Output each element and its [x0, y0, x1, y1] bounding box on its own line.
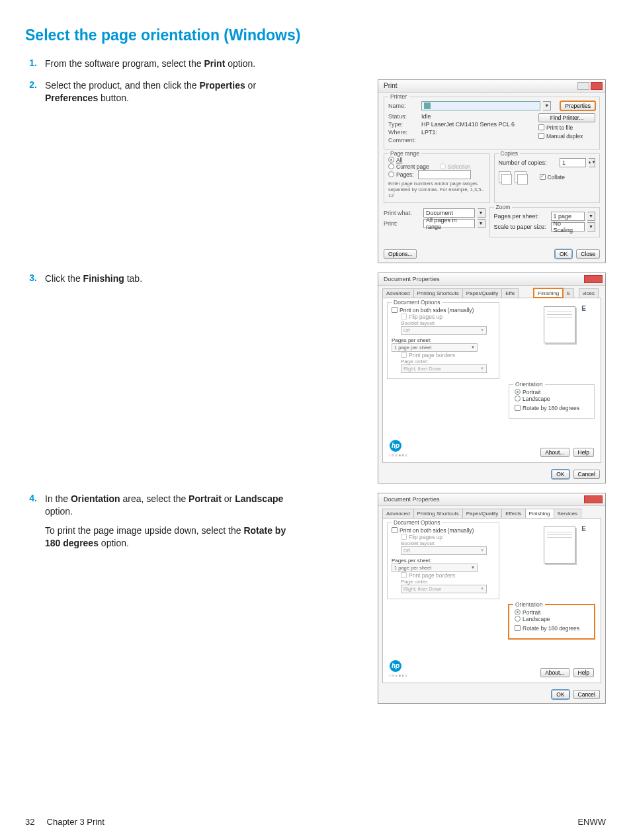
tab-paper-quality[interactable]: Paper/Quality — [462, 509, 502, 518]
printer-icon — [424, 103, 431, 109]
copies-input[interactable]: 1 — [560, 158, 586, 167]
hp-logo: hp invent — [390, 440, 408, 457]
tab-effects-cut[interactable]: Effe — [501, 288, 519, 298]
type-value: HP LaserJet CM1410 Series PCL 6 — [421, 121, 515, 128]
page-order-select: Right, then Down▼ — [401, 585, 487, 593]
group-label: Copies — [499, 150, 520, 157]
range-pages-radio[interactable]: Pages: — [388, 170, 485, 179]
about-button[interactable]: About... — [540, 668, 569, 677]
tab-bar: Advanced Printing Shortcuts Paper/Qualit… — [378, 286, 605, 298]
print-both-sides-checkbox[interactable]: Print on both sides (manually) — [392, 527, 495, 534]
tab-printing-shortcuts[interactable]: Printing Shortcuts — [413, 288, 463, 298]
rotate-180-checkbox[interactable]: Rotate by 180 degrees — [515, 405, 589, 411]
close-button[interactable]: Close — [576, 249, 600, 259]
text: area, select the — [120, 493, 189, 504]
tab-s-partial[interactable]: S — [562, 288, 573, 298]
tab-effects[interactable]: Effects — [501, 509, 525, 518]
collate-checkbox[interactable]: Collate — [540, 174, 565, 181]
booklet-select: Off▼ — [401, 546, 487, 555]
landscape-radio[interactable]: Landscape — [515, 396, 589, 402]
text: tab. — [124, 273, 142, 284]
label: Pages: — [396, 171, 413, 178]
pages-per-sheet-select[interactable]: 1 page per sheet▼ — [392, 343, 478, 352]
close-icon[interactable] — [591, 82, 603, 90]
hp-invent-text: invent — [390, 673, 408, 677]
ok-button[interactable]: OK — [555, 249, 572, 259]
tab-services[interactable]: Services — [554, 509, 582, 518]
label: Selection — [448, 163, 471, 170]
bold: Properties — [199, 80, 245, 91]
step-1: 1. From the software program, select the… — [25, 58, 606, 70]
print-dialog: Print Printer Name: ▼ Prop — [378, 79, 606, 263]
group-label: Printer — [388, 93, 409, 100]
ok-button[interactable]: OK — [552, 690, 569, 699]
tab-panel: Document Options Print on both sides (ma… — [382, 298, 601, 463]
preview-e-icon: E — [581, 305, 586, 312]
step-2: 2. Select the product, and then click th… — [25, 79, 606, 263]
find-printer-button[interactable]: Find Printer... — [538, 113, 595, 122]
help-button[interactable]: Help — [573, 668, 594, 677]
text: or — [245, 80, 256, 91]
landscape-radio[interactable]: Landscape — [515, 616, 589, 622]
dropdown-arrow-icon[interactable]: ▼ — [478, 219, 485, 228]
pages-per-sheet-select[interactable]: 1 page — [551, 212, 585, 221]
label: Number of copies: — [499, 159, 547, 166]
tab-paper-quality[interactable]: Paper/Quality — [462, 288, 502, 298]
options-button[interactable]: Options... — [384, 249, 417, 259]
step-text: In the Orientation area, select the Port… — [45, 493, 303, 556]
step-3: 3. Click the Finishing tab. Document Pro… — [25, 273, 606, 483]
tab-finishing[interactable]: Finishing — [525, 509, 554, 518]
printer-name-select[interactable] — [421, 101, 540, 110]
manual-duplex-checkbox[interactable]: Manual duplex — [538, 133, 595, 140]
scale-select[interactable]: No Scaling — [551, 222, 585, 231]
pages-per-sheet-select[interactable]: 1 page per sheet▼ — [392, 564, 478, 572]
close-icon[interactable] — [584, 275, 603, 283]
close-icon[interactable] — [584, 495, 603, 503]
hp-logo: hp invent — [390, 660, 408, 677]
range-selection-radio: Selection — [440, 163, 471, 170]
group-label: Orientation — [513, 381, 545, 388]
portrait-radio[interactable]: Portrait — [515, 609, 589, 616]
rotate-180-checkbox[interactable]: Rotate by 180 degrees — [515, 625, 589, 632]
step-number: 1. — [25, 58, 45, 68]
bold: Finishing — [83, 273, 124, 284]
spinner-icon[interactable]: ▲▼ — [589, 158, 595, 167]
label: All — [396, 157, 402, 163]
print-both-sides-checkbox[interactable]: Print on both sides (manually) — [392, 307, 495, 314]
zoom-group: Zoom Pages per sheet:1 page▼ Scale to pa… — [489, 207, 601, 237]
label: Portrait — [523, 389, 540, 396]
dropdown-arrow-icon[interactable]: ▼ — [587, 222, 595, 231]
pages-input[interactable] — [418, 170, 471, 179]
help-icon[interactable] — [577, 82, 589, 90]
tab-printing-shortcuts[interactable]: Printing Shortcuts — [413, 509, 463, 518]
flip-pages-checkbox: Flip pages up — [401, 534, 495, 540]
label: Landscape — [523, 396, 550, 402]
range-current-radio[interactable]: Current page — [388, 163, 429, 170]
portrait-radio[interactable]: Portrait — [515, 389, 589, 396]
dropdown-arrow-icon[interactable]: ▼ — [543, 101, 551, 110]
chapter-label: Chapter 3 Print — [47, 817, 105, 827]
tab-advanced[interactable]: Advanced — [382, 288, 414, 298]
text: From the software program, select the — [45, 58, 204, 69]
booklet-select: Off▼ — [401, 326, 487, 335]
cancel-button[interactable]: Cancel — [573, 690, 600, 699]
cancel-button[interactable]: Cancel — [573, 470, 600, 479]
label: Rotate by 180 degrees — [523, 625, 579, 632]
print-select[interactable]: All pages in range — [423, 219, 475, 228]
about-button[interactable]: About... — [540, 448, 569, 457]
tab-finishing[interactable]: Finishing — [534, 288, 563, 298]
print-what-select[interactable]: Document — [423, 208, 475, 218]
label: Print page borders — [409, 572, 455, 579]
ok-button[interactable]: OK — [552, 470, 569, 479]
dialog-title: Print — [384, 82, 398, 89]
dropdown-arrow-icon[interactable]: ▼ — [587, 212, 595, 221]
tab-vices-partial[interactable]: vices — [579, 288, 599, 298]
range-all-radio[interactable]: All — [388, 157, 485, 163]
text: Click the — [45, 273, 83, 284]
tab-advanced[interactable]: Advanced — [382, 509, 414, 518]
print-to-file-checkbox[interactable]: Print to file — [538, 124, 595, 131]
help-button[interactable]: Help — [573, 448, 594, 457]
properties-button[interactable]: Properties — [560, 101, 595, 110]
dropdown-arrow-icon[interactable]: ▼ — [478, 208, 485, 218]
label: Flip pages up — [409, 534, 442, 540]
